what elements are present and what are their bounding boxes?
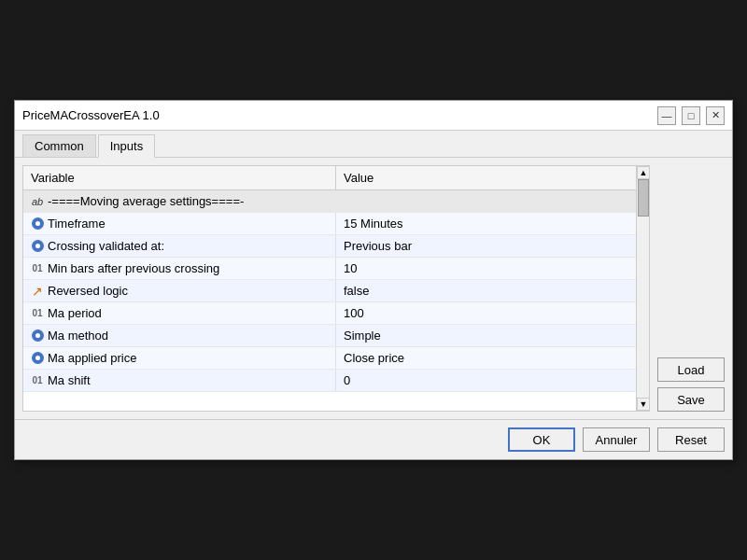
scrollbar-thumb[interactable] (638, 179, 649, 217)
variable-cell: ↗ Reversed logic (23, 280, 336, 301)
integer-icon: 01 (31, 262, 44, 275)
side-buttons: Load Save (657, 165, 725, 412)
title-bar: PriceMACrossoverEA 1.0 — □ ✕ (15, 101, 732, 131)
table-row[interactable]: ↗ Reversed logic false (23, 280, 649, 302)
window-title: PriceMACrossoverEA 1.0 (22, 108, 160, 122)
enum-icon (31, 240, 44, 253)
footer: OK Annuler Reset (15, 419, 732, 459)
value-cell: 15 Minutes (336, 213, 649, 234)
integer-icon: 01 (31, 374, 44, 387)
section-header-cell: ab -====Moving average settings====- (23, 190, 649, 212)
table-row[interactable]: Ma applied price Close price (23, 347, 649, 370)
value-cell: Previous bar (336, 235, 649, 257)
inputs-table: Variable Value ab -====Moving average se… (22, 165, 650, 412)
ok-button[interactable]: OK (508, 427, 575, 452)
value-cell: Close price (336, 347, 649, 369)
integer-icon: 01 (31, 307, 44, 320)
tab-bar: Common Inputs (15, 131, 732, 158)
scrollbar[interactable]: ▲ ▼ (636, 166, 649, 411)
table-header: Variable Value (23, 166, 649, 190)
table-row[interactable]: 01 Min bars after previous crossing 10 (23, 258, 649, 280)
annuler-button[interactable]: Annuler (583, 427, 650, 452)
table-row[interactable]: 01 Ma period 100 (23, 302, 649, 325)
save-button[interactable]: Save (657, 387, 725, 412)
value-cell: false (336, 280, 649, 301)
ab-icon: ab (31, 195, 44, 208)
tab-common[interactable]: Common (22, 134, 96, 157)
minimize-button[interactable]: — (657, 106, 676, 125)
arrow-icon: ↗ (31, 285, 44, 298)
reset-button[interactable]: Reset (657, 427, 725, 452)
table-row[interactable]: Crossing validated at: Previous bar (23, 235, 649, 258)
enum-icon (31, 329, 44, 343)
value-cell: 100 (336, 302, 649, 324)
maximize-button[interactable]: □ (682, 106, 700, 125)
col-variable-header: Variable (23, 166, 336, 189)
scrollbar-down-button[interactable]: ▼ (637, 398, 650, 411)
variable-cell: Timeframe (23, 213, 336, 234)
tab-inputs[interactable]: Inputs (98, 134, 155, 158)
table-row[interactable]: Ma method Simple (23, 325, 649, 347)
col-value-header: Value (336, 166, 649, 189)
load-button[interactable]: Load (657, 357, 725, 382)
table-row[interactable]: ab -====Moving average settings====- (23, 190, 649, 213)
variable-cell: 01 Ma period (23, 302, 336, 324)
variable-cell: Crossing validated at: (23, 235, 336, 257)
window-controls: — □ ✕ (657, 106, 725, 125)
value-cell: 10 (336, 258, 649, 279)
enum-icon (31, 217, 44, 231)
table-row[interactable]: Timeframe 15 Minutes (23, 213, 649, 235)
variable-cell: 01 Min bars after previous crossing (23, 258, 336, 279)
variable-cell: Ma method (23, 325, 336, 346)
scrollbar-up-button[interactable]: ▲ (637, 166, 650, 179)
section-label: -====Moving average settings====- (48, 194, 244, 208)
value-cell: Simple (336, 325, 649, 346)
table-row[interactable]: 01 Ma shift 0 (23, 370, 649, 392)
close-button[interactable]: ✕ (706, 106, 725, 125)
enum-icon (31, 352, 44, 365)
variable-cell: 01 Ma shift (23, 370, 336, 391)
value-cell: 0 (336, 370, 649, 391)
main-window: PriceMACrossoverEA 1.0 — □ ✕ Common Inpu… (14, 100, 733, 460)
table-body: ab -====Moving average settings====- Tim… (23, 190, 649, 392)
main-content: Variable Value ab -====Moving average se… (15, 158, 732, 419)
variable-cell: Ma applied price (23, 347, 336, 369)
